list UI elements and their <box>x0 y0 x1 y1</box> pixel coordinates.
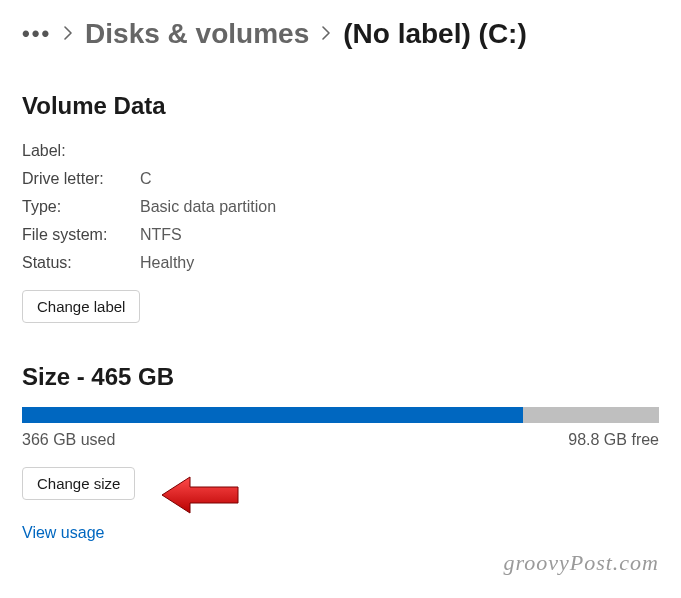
chevron-right-icon <box>321 26 331 43</box>
status-value: Healthy <box>140 254 659 272</box>
file-system-label: File system: <box>22 226 140 244</box>
size-heading: Size - 465 GB <box>22 363 659 391</box>
watermark: groovyPost.com <box>503 550 659 576</box>
size-free-text: 98.8 GB free <box>568 431 659 449</box>
size-bar-used <box>22 407 523 423</box>
drive-letter-value: C <box>140 170 659 188</box>
size-bar-labels: 366 GB used 98.8 GB free <box>22 431 659 449</box>
breadcrumb-disks-volumes[interactable]: Disks & volumes <box>85 18 309 50</box>
breadcrumb: ••• Disks & volumes (No label) (C:) <box>22 18 659 50</box>
label-label: Label: <box>22 142 140 160</box>
chevron-right-icon <box>63 26 73 43</box>
change-label-button[interactable]: Change label <box>22 290 140 323</box>
file-system-value: NTFS <box>140 226 659 244</box>
volume-properties: Label: Drive letter: C Type: Basic data … <box>22 142 659 272</box>
size-used-text: 366 GB used <box>22 431 115 449</box>
breadcrumb-ellipsis[interactable]: ••• <box>22 23 51 45</box>
drive-letter-label: Drive letter: <box>22 170 140 188</box>
status-label: Status: <box>22 254 140 272</box>
volume-data-heading: Volume Data <box>22 92 659 120</box>
type-value: Basic data partition <box>140 198 659 216</box>
view-usage-link[interactable]: View usage <box>22 524 104 542</box>
breadcrumb-current: (No label) (C:) <box>343 18 527 50</box>
type-label: Type: <box>22 198 140 216</box>
label-value <box>140 142 659 160</box>
annotation-arrow-icon <box>160 475 240 515</box>
size-bar <box>22 407 659 423</box>
change-size-button[interactable]: Change size <box>22 467 135 500</box>
